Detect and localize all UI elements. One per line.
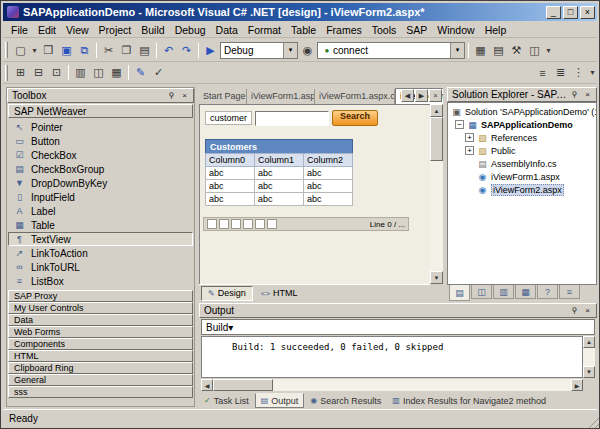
- menu-frames[interactable]: Frames: [321, 23, 367, 37]
- pager-cell[interactable]: [243, 219, 253, 229]
- panel-tab-task-list[interactable]: ✓ Task List: [199, 393, 254, 408]
- customer-label[interactable]: customer: [205, 111, 252, 125]
- close-button[interactable]: ×: [580, 6, 595, 19]
- pager-cell[interactable]: [207, 219, 217, 229]
- connect-combo[interactable]: ● connect ▾: [317, 42, 465, 59]
- editor-vertical-scrollbar[interactable]: ▲ ▼: [430, 104, 443, 284]
- tab-close-icon[interactable]: ×: [429, 89, 442, 102]
- toolbar-options-icon[interactable]: ▾: [588, 64, 597, 81]
- solution-explorer-icon[interactable]: ▦: [472, 42, 489, 59]
- scroll-right-icon[interactable]: ▶: [571, 379, 583, 391]
- properties-window-icon[interactable]: ▤: [490, 42, 507, 59]
- tab-scroll-left-icon[interactable]: ◀: [401, 89, 414, 102]
- menu-file[interactable]: File: [6, 23, 33, 37]
- menu-edit[interactable]: Edit: [33, 23, 61, 37]
- table-insert-icon[interactable]: ⊞: [12, 64, 29, 81]
- tab-iviewform1-aspx[interactable]: iViewForm1.aspx: [247, 89, 315, 104]
- class-view-icon[interactable]: ◫: [526, 42, 543, 59]
- panel-tab-properties[interactable]: ▥: [493, 285, 514, 299]
- toolbox-item-listbox[interactable]: ≡ListBox: [8, 274, 193, 288]
- start-debug-icon[interactable]: ▶: [202, 42, 219, 59]
- toolbox-item-pointer[interactable]: ↖Pointer: [8, 120, 193, 134]
- tree-node-solution[interactable]: ▣ Solution 'SAPApplicationDemo' (1 proje…: [448, 105, 596, 118]
- grid-layout-icon[interactable]: ▥: [72, 64, 89, 81]
- panel-tab-search-results[interactable]: ◉ Search Results: [305, 393, 386, 408]
- align-left-icon[interactable]: ≡: [534, 64, 551, 81]
- toolbox-section-sss[interactable]: sss: [8, 386, 193, 398]
- toolbox-item-linktourl[interactable]: ∞LinkToURL: [8, 260, 193, 274]
- panel-tab-dynamic-help[interactable]: ?: [537, 285, 558, 299]
- validate-icon[interactable]: ✓: [150, 64, 167, 81]
- panel-tab-index-results[interactable]: ▥ Index Results for Navigate2 method: [387, 393, 551, 408]
- edit-icon[interactable]: ✎: [132, 64, 149, 81]
- more-icon[interactable]: ⋮: [570, 64, 587, 81]
- combo-dropdown-icon[interactable]: ▾: [283, 43, 297, 58]
- menu-window[interactable]: Window: [432, 23, 479, 37]
- borders-icon[interactable]: ▦: [108, 64, 125, 81]
- combo-dropdown-icon[interactable]: ▾: [450, 43, 464, 58]
- scroll-down-icon[interactable]: ▼: [583, 366, 595, 378]
- close-icon[interactable]: ×: [178, 90, 191, 102]
- tree-node-iviewform1[interactable]: ◉ iViewForm1.aspx: [448, 170, 596, 183]
- menu-project[interactable]: Project: [94, 23, 137, 37]
- table-delete-icon[interactable]: ⊟: [30, 64, 47, 81]
- open-icon[interactable]: ❒: [40, 42, 57, 59]
- toolbox-section-components[interactable]: Components: [8, 338, 193, 350]
- scrollbar-thumb[interactable]: [213, 379, 273, 391]
- toolbox-item-button[interactable]: ▭Button: [8, 134, 193, 148]
- redo-icon[interactable]: ↷: [178, 42, 195, 59]
- split-view-icon[interactable]: ◫: [90, 64, 107, 81]
- close-icon[interactable]: ×: [581, 89, 594, 101]
- tree-node-assemblyinfo[interactable]: ▤ AssemblyInfo.cs: [448, 157, 596, 170]
- tree-node-references[interactable]: + ▨ References: [448, 131, 596, 144]
- column-header[interactable]: Column1: [255, 154, 304, 167]
- menu-help[interactable]: Help: [480, 23, 512, 37]
- cell-merge-icon[interactable]: ⊡: [48, 64, 65, 81]
- toolbox-section-data[interactable]: Data: [8, 314, 193, 326]
- tree-node-public[interactable]: + ▨ Public: [448, 144, 596, 157]
- output-pane-combo[interactable]: Build ▾: [201, 319, 595, 335]
- tab-html-view[interactable]: <> HTML: [255, 286, 304, 301]
- column-header[interactable]: Column0: [206, 154, 255, 167]
- pager-cell[interactable]: [267, 219, 277, 229]
- tab-start-page[interactable]: Start Page: [199, 89, 247, 104]
- pager-cell[interactable]: [219, 219, 229, 229]
- panel-tab-solution-explorer[interactable]: ▤: [449, 285, 470, 301]
- tab-iviewform1-aspx-cs[interactable]: iViewForm1.aspx.cs: [315, 89, 395, 104]
- copy-icon[interactable]: ❐: [118, 42, 135, 59]
- toolbox-section-web-forms[interactable]: Web Forms: [8, 326, 193, 338]
- scrollbar-thumb[interactable]: [430, 117, 443, 161]
- column-header[interactable]: Column2: [304, 154, 353, 167]
- toolbar-options-icon[interactable]: ▾: [544, 42, 553, 59]
- panel-tab-class-view[interactable]: ◫: [471, 285, 492, 299]
- tree-node-project[interactable]: − ▦ SAPApplicationDemo: [448, 118, 596, 131]
- combo-dropdown-icon[interactable]: ▾: [228, 322, 233, 333]
- toolbox-icon[interactable]: ⚒: [508, 42, 525, 59]
- scroll-down-icon[interactable]: ▼: [430, 271, 443, 284]
- toolbox-section-general[interactable]: General: [8, 374, 193, 386]
- menu-view[interactable]: View: [61, 23, 94, 37]
- toolbox-item-inputfield[interactable]: ▯InputField: [8, 190, 193, 204]
- maximize-button[interactable]: □: [563, 6, 578, 19]
- expand-icon[interactable]: +: [465, 133, 474, 142]
- toolbox-item-table[interactable]: ▦Table: [8, 218, 193, 232]
- toolbox-item-label[interactable]: ALabel: [8, 204, 193, 218]
- save-all-icon[interactable]: ⧉: [76, 42, 93, 59]
- tab-scroll-right-icon[interactable]: ▶: [415, 89, 428, 102]
- customer-input[interactable]: [255, 111, 329, 126]
- panel-tab-output[interactable]: ▤ Output: [255, 393, 305, 408]
- toolbox-section-sap-netweaver[interactable]: SAP NetWeaver: [8, 104, 193, 118]
- find-icon[interactable]: ◉: [299, 42, 316, 59]
- toolbox-item-checkboxgroup[interactable]: ▤CheckBoxGroup: [8, 162, 193, 176]
- tree-node-iviewform2[interactable]: ◉ iViewForm2.aspx: [448, 183, 596, 196]
- customers-table[interactable]: Customers Column0 Column1 Column2 abc ab…: [205, 139, 353, 206]
- toolbar-grip[interactable]: [5, 42, 8, 58]
- pin-icon[interactable]: ⚲: [165, 90, 178, 102]
- toolbox-item-dropdownbykey[interactable]: ▼DropDownByKey: [8, 176, 193, 190]
- scroll-up-icon[interactable]: ▲: [430, 104, 443, 117]
- scroll-up-icon[interactable]: ▲: [583, 336, 595, 348]
- toolbox-item-checkbox[interactable]: ☑CheckBox: [8, 148, 193, 162]
- toolbox-item-textview[interactable]: ¶TextView: [8, 232, 193, 246]
- output-horizontal-scrollbar[interactable]: ◀ ▶: [201, 379, 583, 391]
- toolbox-section-sap-proxy[interactable]: SAP Proxy: [8, 290, 193, 302]
